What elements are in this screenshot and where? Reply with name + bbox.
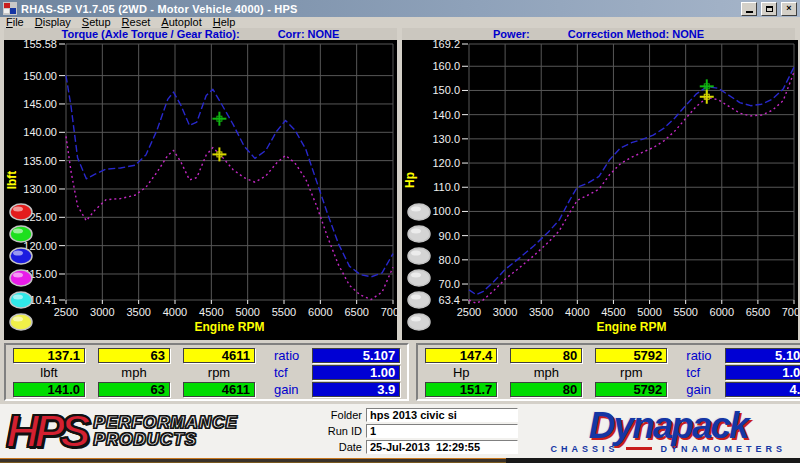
power-correction-label: Correction Method: NONE (568, 28, 704, 40)
torque-cursor2-value: 141.0 (13, 382, 85, 397)
speed-cursor-value: 63 (98, 348, 170, 363)
power-cursor2-value: 151.7 (425, 382, 497, 397)
speed-unit-label: mph (510, 365, 582, 380)
date-input[interactable] (366, 440, 518, 454)
folder-label: Folder (320, 409, 362, 421)
rpm-cursor2-value: 4611 (183, 382, 255, 397)
run-select-button-5[interactable] (408, 292, 430, 308)
speed-cursor2-value: 80 (510, 382, 582, 397)
hps-logo-mark: HPS (6, 409, 86, 453)
torque-chart-header: Torque (Axle Torque / Gear Ratio): Corr:… (4, 28, 397, 40)
x-tick-label: 4500 (601, 306, 625, 318)
x-tick-label: 2500 (457, 306, 481, 318)
run-button-highlight (13, 295, 23, 300)
minimize-button[interactable] (741, 2, 757, 16)
y-tick-label: 100.0 (432, 205, 460, 217)
x-tick-label: 4500 (199, 306, 223, 318)
run-select-button-1[interactable] (408, 204, 430, 220)
run-button-highlight (411, 251, 421, 256)
x-tick-label: 4000 (565, 306, 589, 318)
run-select-button-3[interactable] (408, 248, 430, 264)
run-select-button-5[interactable] (10, 292, 32, 308)
y-tick-label: 135.00 (23, 155, 57, 167)
run-select-button-6[interactable] (408, 314, 430, 330)
run-button-highlight (411, 229, 421, 234)
menu-bar: FileDisplaySetupResetAutoplotHelp (0, 17, 800, 28)
menu-help[interactable]: Help (209, 17, 243, 28)
run-select-button-4[interactable] (408, 270, 430, 286)
dynapack-logo-mark: Dynapack (589, 409, 748, 443)
torque-run-2-curve (66, 76, 393, 277)
tcf-label: tcf (268, 365, 299, 380)
chart-area: Torque (Axle Torque / Gear Ratio): Corr:… (0, 28, 800, 340)
run-select-button-2[interactable] (10, 226, 32, 242)
torque-chart-panel: Torque (Axle Torque / Gear Ratio): Corr:… (4, 28, 397, 340)
power-readout-panel: 147.4 80 5792 ratio 5.107 Hp mph rpm tcf… (416, 343, 800, 401)
power-run-2-curve (469, 67, 794, 295)
run-button-highlight (411, 317, 421, 322)
run-select-button-3[interactable] (10, 248, 32, 264)
x-tick-label: 6000 (308, 306, 332, 318)
speed-cursor2-value: 63 (98, 382, 170, 397)
ratio-value: 5.107 (725, 348, 800, 363)
speed-unit-label: mph (98, 365, 170, 380)
y-tick-label: 150.00 (23, 70, 57, 82)
tcf-value: 1.00 (725, 365, 800, 380)
dynapack-logo-subtitle: CHASSIS DYNAMOMETERS (550, 444, 786, 454)
power-chart[interactable]: 169.2160.0150.0140.0130.0120.0110.0100.0… (402, 40, 798, 340)
rpm-cursor-value: 4611 (183, 348, 255, 363)
run-button-highlight (13, 273, 23, 278)
power-run-1-curve (469, 72, 794, 303)
run-select-button-2[interactable] (408, 226, 430, 242)
menu-display[interactable]: Display (31, 17, 78, 28)
restore-button[interactable] (761, 2, 777, 16)
gain-value: 3.9 (312, 382, 400, 397)
x-tick-label: 5500 (673, 306, 697, 318)
power-unit-label: Hp (425, 365, 497, 380)
folder-input[interactable] (366, 408, 518, 422)
bottom-strip-accent (0, 458, 506, 463)
menu-file[interactable]: File (2, 17, 31, 28)
ratio-label: ratio (268, 348, 299, 363)
bottom-strip-plain (506, 458, 800, 463)
run-id-label: Run ID (320, 425, 362, 437)
gain-label: gain (268, 382, 299, 397)
y-tick-label: 130.0 (432, 133, 460, 145)
y-tick-label: 90.0 (439, 230, 460, 242)
dynapack-chassis-text: CHASSIS (550, 444, 618, 454)
torque-unit-label: lbft (13, 365, 85, 380)
run-select-button-6[interactable] (10, 314, 32, 330)
speed-cursor-value: 80 (510, 348, 582, 363)
y-tick-label: 130.00 (23, 183, 57, 195)
torque-chart[interactable]: 155.58150.00145.00140.00135.00130.00125.… (4, 40, 397, 340)
rpm-unit-label: rpm (595, 365, 667, 380)
torque-correction-label: Corr: NONE (278, 28, 340, 40)
folder-row: Folder (320, 408, 520, 422)
torque-cursor-value: 137.1 (13, 348, 85, 363)
menu-reset[interactable]: Reset (118, 17, 158, 28)
close-button[interactable]: × (781, 2, 797, 16)
run-select-button-1[interactable] (10, 204, 32, 220)
x-tick-label: 2500 (54, 306, 78, 318)
tcf-label: tcf (680, 365, 711, 380)
dynapack-dynamometers-text: DYNAMOMETERS (660, 444, 786, 454)
dynapack-logo: Dynapack CHASSIS DYNAMOMETERS (550, 409, 794, 454)
minimize-icon (746, 11, 753, 13)
ratio-value: 5.107 (312, 348, 400, 363)
window-title: RHAS-SP V1.7-05 (2WD - Motor Vehicle 400… (21, 3, 737, 15)
menu-setup[interactable]: Setup (78, 17, 118, 28)
run-id-input[interactable] (366, 424, 518, 438)
menu-autoplot[interactable]: Autoplot (157, 17, 208, 28)
x-tick-label: 3000 (493, 306, 517, 318)
x-tick-label: 4000 (163, 306, 187, 318)
y-tick-label: 70.0 (439, 278, 460, 290)
hps-logo-line2: PRODUCTS (94, 431, 238, 448)
run-button-highlight (411, 207, 421, 212)
y-axis-title: Hp (403, 172, 417, 188)
x-axis-title: Engine RPM (194, 320, 264, 334)
run-button-highlight (13, 251, 23, 256)
y-tick-label: 80.0 (439, 254, 460, 266)
y-tick-label: 63.4 (439, 294, 460, 306)
run-select-button-4[interactable] (10, 270, 32, 286)
gain-label: gain (680, 382, 711, 397)
